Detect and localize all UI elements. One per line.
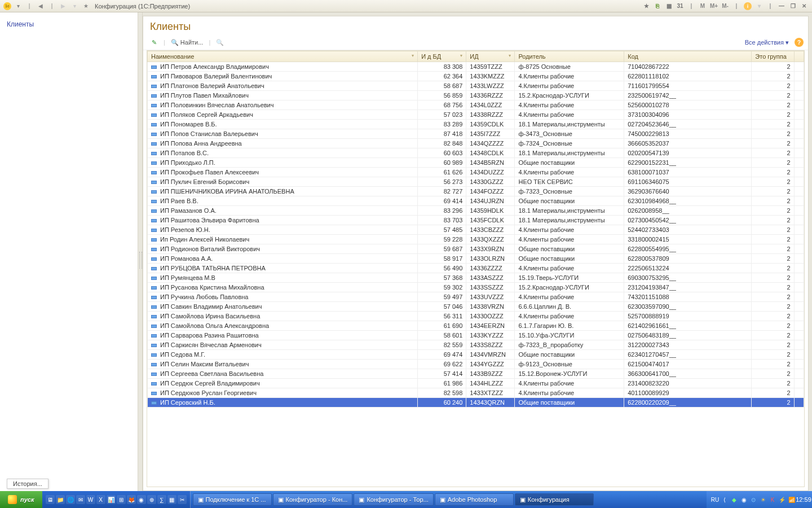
ql-icon[interactable]: ∑: [157, 495, 166, 504]
table-row[interactable]: ИП Прокофьев Павел Алексеевич61 6261434D…: [148, 168, 804, 177]
table-row[interactable]: ИП Сарварова Разина Рашитовна58 6011433K…: [148, 331, 804, 340]
table-row[interactable]: ИП Самойлова Ольга Александровна61 69014…: [148, 321, 804, 331]
ql-icon[interactable]: 📁: [56, 495, 65, 504]
table-row[interactable]: ИП Пономарев В.Б.83 28914359CDLK18.1 Мат…: [148, 120, 804, 129]
ql-icon[interactable]: ▦: [167, 495, 176, 504]
memory-mminus-button[interactable]: M-: [721, 2, 730, 11]
memory-m-button[interactable]: M: [698, 2, 707, 11]
taskbar-task[interactable]: ▣Конфигурация: [515, 493, 594, 506]
ql-icon[interactable]: ⊞: [117, 495, 126, 504]
history-button[interactable]: История...: [7, 479, 48, 489]
ql-icon[interactable]: 🦊: [127, 495, 136, 504]
table-row[interactable]: ИП Рамазанов О.А.83 29614359HDLK18.1 Мат…: [148, 206, 804, 216]
tray-icon[interactable]: ⊙: [749, 496, 757, 503]
table-row[interactable]: ИП Седова М.Г.69 4741434VMRZNОбщие поста…: [148, 350, 804, 360]
table-row[interactable]: ИП Потапов В.С.60 60314348CDLK18.1 Матер…: [148, 148, 804, 158]
table-row[interactable]: ИП Платонов Валерий Анатольевич58 687143…: [148, 81, 804, 91]
ql-icon[interactable]: 📊: [107, 495, 116, 504]
data-grid[interactable]: Наименование▾ И д БД▾ ИД▾ Родитель Код Э…: [147, 50, 805, 487]
ql-icon[interactable]: W: [86, 495, 95, 504]
table-row[interactable]: ИП Ручкина Любовь Павловна59 4971433UVZZ…: [148, 292, 804, 302]
tray-icon[interactable]: 📶: [788, 496, 796, 503]
table-row[interactable]: ИП ПШЕНИЧНИКОВА ИРИНА АНАТОЛЬЕВНА82 7271…: [148, 187, 804, 196]
tray-icon[interactable]: ⚡: [778, 496, 786, 503]
column-header-isgroup[interactable]: Это группа: [752, 51, 794, 62]
table-row[interactable]: ИП Самойлова Ирина Васильевна56 31114330…: [148, 312, 804, 321]
taskbar-task[interactable]: ▣Конфигуратор - Кон...: [273, 493, 353, 506]
create-button[interactable]: ✎: [148, 37, 160, 47]
table-row[interactable]: ИП Серовский Н.Б.60 24014343QRZNОбщие по…: [148, 398, 804, 408]
calculator-icon[interactable]: ▦: [664, 2, 673, 11]
ql-icon[interactable]: ◉: [137, 495, 146, 504]
table-row[interactable]: ИП Плутов Павел Михайлович56 85914336RZZ…: [148, 91, 804, 100]
table-row[interactable]: ИП Приходько Л.П.60 9891434B5RZNОбщие по…: [148, 158, 804, 168]
nav-item-clients[interactable]: Клиенты: [7, 20, 131, 28]
lang-indicator[interactable]: RU: [711, 496, 719, 503]
table-row[interactable]: ИП Резепов Ю.Н.57 4851433CBZZZ4.Клиенты …: [148, 225, 804, 235]
column-header-code[interactable]: Код: [624, 51, 752, 62]
column-header-parent[interactable]: Родитель: [515, 51, 624, 62]
star-icon[interactable]: ★: [81, 2, 90, 11]
table-row[interactable]: ИП Савкин Владимир Анатольевич57 0461433…: [148, 302, 804, 312]
minimize-icon[interactable]: —: [777, 2, 786, 11]
table-row[interactable]: ИП Селин Максим Витальевич69 6221434YGZZ…: [148, 360, 804, 369]
dropdown-icon[interactable]: ▾: [70, 2, 79, 11]
table-row[interactable]: ИП Сердюк Сергей Владимирович61 9861434H…: [148, 379, 804, 388]
ql-icon[interactable]: 🖥: [46, 495, 55, 504]
table-row[interactable]: ИП Половинкин Вячеслав Анатольевич68 756…: [148, 100, 804, 110]
column-header-name[interactable]: Наименование▾: [148, 51, 418, 62]
memory-mplus-button[interactable]: M+: [709, 2, 718, 11]
tray-icon[interactable]: ◉: [740, 496, 748, 503]
all-actions-button[interactable]: Все действия ▾: [745, 39, 789, 46]
clock[interactable]: 12:59: [800, 496, 807, 503]
table-row[interactable]: ИП РУБЦОВА ТАТЬЯНА ПЕТРОВНА56 49014336ZZ…: [148, 264, 804, 273]
link-icon[interactable]: ⎘: [653, 2, 662, 11]
table-row[interactable]: ИП Русанова Кристина Михайловна59 302143…: [148, 283, 804, 292]
nav-forward-icon[interactable]: ▶: [59, 2, 68, 11]
ql-icon[interactable]: ✉: [76, 495, 85, 504]
dropdown-icon[interactable]: ▾: [14, 2, 23, 11]
ql-icon[interactable]: ⊕: [147, 495, 156, 504]
taskbar-task[interactable]: ▣Подключение к 1С ...: [193, 493, 272, 506]
taskbar-task[interactable]: ▣Adobe Photoshop: [435, 493, 514, 506]
info-icon[interactable]: i: [743, 2, 752, 11]
tray-icon[interactable]: ☀: [759, 496, 767, 503]
ql-icon[interactable]: ✂: [178, 495, 187, 504]
toolbar: ✎ | 🔍Найти... | 🔍 Все действия ▾ ?: [143, 35, 808, 50]
find-button[interactable]: 🔍Найти...: [169, 37, 206, 47]
table-row[interactable]: ИП Румянцева М.В57 3681433ASZZZ15.19.Тве…: [148, 273, 804, 283]
table-row[interactable]: ИП Попова Анна Андреевна82 8481434QZZZZф…: [148, 139, 804, 148]
main-content: Клиенты ✎ | 🔍Найти... | 🔍 Все действия ▾…: [143, 16, 809, 491]
column-header-idbd[interactable]: И д БД▾: [418, 51, 466, 62]
table-row[interactable]: ИП Рашитова Эльвира Фаритовна83 7031435F…: [148, 216, 804, 225]
table-row[interactable]: ИП Сердюков Руслан Георгиевич82 5981433X…: [148, 388, 804, 398]
table-row[interactable]: ИП Романова А.А.58 9171433OLRZNОбщие пос…: [148, 254, 804, 264]
taskbar-task[interactable]: ▣Конфигуратор - Тор...: [354, 493, 433, 506]
tray-icon[interactable]: K: [769, 496, 776, 503]
table-row[interactable]: ИП Сергеева Светлана Васильевна57 414143…: [148, 369, 804, 379]
table-row[interactable]: ИП Родионов Виталий Викторович59 6871433…: [148, 244, 804, 254]
tray-icon[interactable]: ◆: [730, 496, 738, 503]
table-row[interactable]: ИП Поляков Сергей Аркадьевич57 02314338R…: [148, 110, 804, 120]
calendar-icon[interactable]: 31: [676, 2, 685, 11]
table-row[interactable]: ИП Раев В.В.69 4141434UJRZNОбщие поставщ…: [148, 196, 804, 206]
nav-back-icon[interactable]: ◀: [36, 2, 45, 11]
close-icon[interactable]: ✕: [800, 2, 809, 11]
clear-filter-button[interactable]: 🔍: [214, 37, 226, 47]
table-row[interactable]: ИП Пивоваров Валерий Валентинович62 3641…: [148, 72, 804, 81]
table-row[interactable]: ИП Попов Станислав Валерьевич87 4181435I…: [148, 129, 804, 139]
table-row[interactable]: ИП Саркисян Вячеслав Арменович82 5591433…: [148, 340, 804, 350]
favorite-icon[interactable]: ★: [642, 2, 651, 11]
column-header-id[interactable]: ИД▾: [466, 51, 515, 62]
help-icon[interactable]: ?: [795, 38, 804, 47]
ql-icon[interactable]: X: [96, 495, 105, 504]
ql-icon[interactable]: 🌐: [66, 495, 75, 504]
maximize-icon[interactable]: ❐: [788, 2, 797, 11]
start-button[interactable]: пуск: [0, 491, 42, 508]
splitter-handle[interactable]: [138, 12, 143, 491]
dropdown-icon[interactable]: ▾: [754, 2, 764, 11]
table-row[interactable]: ИП Пуклич Евгений Борисович56 27314330GZ…: [148, 177, 804, 187]
table-row[interactable]: ИП Петров Александр Владимирович83 30814…: [148, 62, 804, 72]
table-row[interactable]: Ип Родин Алексей Николаевич59 2281433QXZ…: [148, 235, 804, 244]
tray-icon[interactable]: ⟨: [721, 496, 729, 503]
